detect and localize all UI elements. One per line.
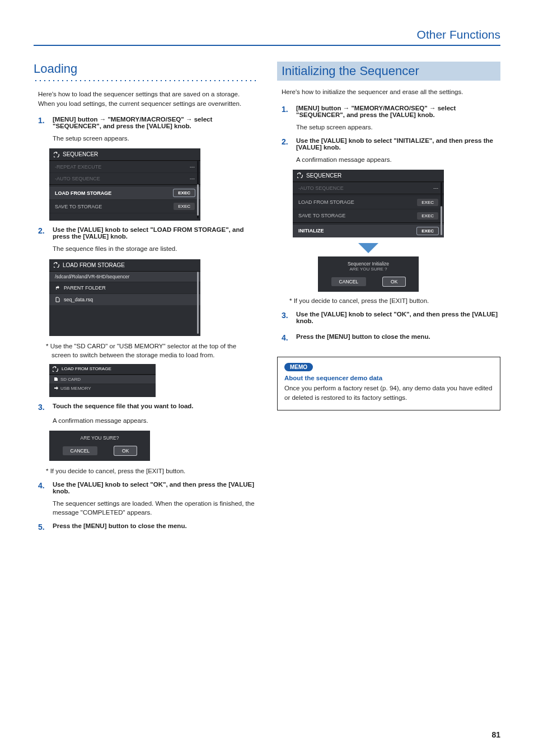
step-text: Use the [VALUE] knob to select "INITIALI…: [296, 137, 493, 151]
selector-option: USB MEMORY: [60, 386, 91, 391]
arrow-icon: →: [100, 116, 108, 123]
memo-body: Once you perform a factory reset (p. 94)…: [284, 384, 493, 402]
screenshot-sequencer: SEQUENCER -REPEAT EXECUTE--- -AUTO SEQUE…: [49, 148, 200, 221]
ok-button: OK: [383, 277, 405, 286]
ss-title: LOAD FROM STORAGE: [62, 366, 111, 371]
step-text: Use the [VALUE] knob to select "LOAD FRO…: [53, 226, 243, 240]
back-icon: [297, 172, 303, 178]
step-note: * If you decide to cancel, press the [EX…: [46, 466, 257, 475]
confirm-dialog: Sequencer Initialize ARE YOU SURE ? CANC…: [318, 256, 419, 292]
step-number: 1.: [38, 116, 48, 129]
ss-row-label: LOAD FROM STORAGE: [55, 190, 111, 196]
step-text: Press the [MENU] button to close the men…: [296, 333, 430, 340]
back-icon: [54, 152, 59, 157]
loading-intro: Here's how to load the sequencer setting…: [38, 90, 257, 108]
step-body: [MENU] button → "MEMORY/MACRO/SEQ" → sel…: [53, 116, 257, 129]
scrollbar: [197, 272, 199, 334]
step-number: 1.: [282, 105, 292, 118]
screenshot-sequencer-init: SEQUENCER -AUTO SEQUENCE--- LOAD FROM ST…: [293, 170, 444, 237]
step-number: 3.: [282, 311, 292, 324]
init-title: Initializing the Sequencer: [277, 62, 500, 81]
exec-button: EXEC: [174, 189, 195, 197]
confirm-dialog: ARE YOU SURE? CANCEL OK: [49, 431, 150, 461]
memo-box: MEMO About the sequencer demo data Once …: [277, 357, 500, 410]
step-sub: A confirmation message appears.: [53, 416, 257, 425]
step-text-a: [MENU] button: [296, 105, 341, 111]
step-sub: A confirmation message appears.: [296, 155, 500, 164]
step-sub: The setup screen appears.: [296, 123, 500, 132]
exec-button: EXEC: [417, 212, 438, 220]
step-number: 4.: [38, 481, 48, 494]
init-intro: Here's how to initialize the sequencer a…: [282, 87, 500, 97]
step-note: * Use the "SD CARD" or "USB MEMORY" sele…: [46, 342, 257, 360]
ok-button: OK: [114, 446, 137, 455]
file-name: seq_data.rsq: [64, 297, 93, 302]
usb-icon: [54, 386, 58, 390]
col-init: Initializing the Sequencer Here's how to…: [277, 62, 500, 536]
step-text: Use the [VALUE] knob to select "OK", and…: [53, 481, 254, 494]
ss-row-val: ---: [190, 176, 195, 181]
step-text: Use the [VALUE] knob to select "OK", and…: [296, 311, 498, 324]
step-number: 3.: [38, 403, 48, 412]
page-number: 81: [491, 730, 500, 739]
confirm-title: Sequencer Initialize: [324, 261, 413, 267]
ss-title: SEQUENCER: [63, 151, 98, 157]
exec-button: EXEC: [417, 227, 438, 235]
file-icon: [55, 297, 60, 302]
step-sub: The sequence files in the storage are li…: [53, 244, 257, 253]
ss-row-label: SAVE TO STORAGE: [55, 204, 102, 209]
col-loading: Loading Here's how to load the sequencer…: [34, 62, 257, 536]
arrow-icon: →: [343, 105, 352, 111]
ss-row-label: -REPEAT EXECUTE: [55, 164, 101, 170]
cancel-button: CANCEL: [63, 446, 97, 455]
selector-option: SD CARD: [60, 377, 81, 382]
step-sub: The sequencer settings are loaded. When …: [53, 499, 257, 517]
dotted-rule: [34, 80, 257, 82]
confirm-question: ARE YOU SURE?: [55, 435, 144, 441]
memo-badge: MEMO: [284, 363, 313, 371]
page-header: Other Functions: [34, 28, 500, 46]
scrollbar: [441, 182, 442, 235]
step-body: [MENU] button → "MEMORY/MACRO/SEQ" → sel…: [296, 105, 500, 118]
arrow-down-icon: [358, 243, 378, 253]
step-text-b: "MEMORY/MACRO/SEQ": [351, 105, 427, 111]
step-number: 5.: [38, 522, 48, 531]
screenshot-storage-selector: LOAD FROM STORAGE SD CARD USB MEMORY: [49, 364, 156, 397]
back-icon: [54, 262, 59, 268]
back-icon: [53, 366, 58, 372]
ss-title: SEQUENCER: [306, 172, 341, 179]
arrow-icon: →: [186, 116, 194, 123]
loading-title: Loading: [34, 62, 257, 76]
step-text: Touch the sequence file that you want to…: [53, 403, 194, 409]
step-number: 2.: [282, 137, 292, 151]
ss-row-val: ---: [190, 164, 195, 170]
ss-row-label: SAVE TO STORAGE: [298, 213, 345, 218]
ss-path: /sdcard/Roland/VR-6HD/sequencer: [49, 272, 200, 282]
step-note: * If you decide to cancel, press the [EX…: [289, 296, 500, 305]
step-text-a: [MENU] button: [53, 116, 97, 123]
step-text: Press the [MENU] button to close the men…: [53, 522, 187, 529]
ss-row-label: INITIALIZE: [298, 228, 324, 234]
parent-folder-label: PARENT FOLDER: [64, 285, 106, 291]
confirm-question: ARE YOU SURE ?: [324, 267, 413, 272]
step-sub: The setup screen appears.: [53, 134, 257, 143]
sd-card-icon: [54, 377, 58, 381]
ss-row-label: -AUTO SEQUENCE: [298, 185, 344, 191]
exec-button: EXEC: [417, 199, 438, 206]
cancel-button: CANCEL: [331, 277, 366, 286]
step-number: 2.: [38, 226, 48, 240]
memo-title: About the sequencer demo data: [284, 375, 493, 381]
exec-button: EXEC: [174, 203, 195, 210]
step-number: 4.: [282, 333, 292, 342]
ss-row-val: ---: [433, 185, 438, 191]
step-text-b: "MEMORY/MACRO/SEQ": [107, 116, 184, 123]
screenshot-load-storage: LOAD FROM STORAGE /sdcard/Roland/VR-6HD/…: [49, 259, 200, 336]
parent-folder-icon: [55, 285, 60, 291]
ss-row-label: LOAD FROM STORAGE: [298, 199, 354, 205]
arrow-icon: →: [429, 105, 438, 111]
ss-row-label: -AUTO SEQUENCE: [55, 176, 100, 181]
ss-title: LOAD FROM STORAGE: [63, 262, 125, 268]
scrollbar: [197, 161, 199, 218]
